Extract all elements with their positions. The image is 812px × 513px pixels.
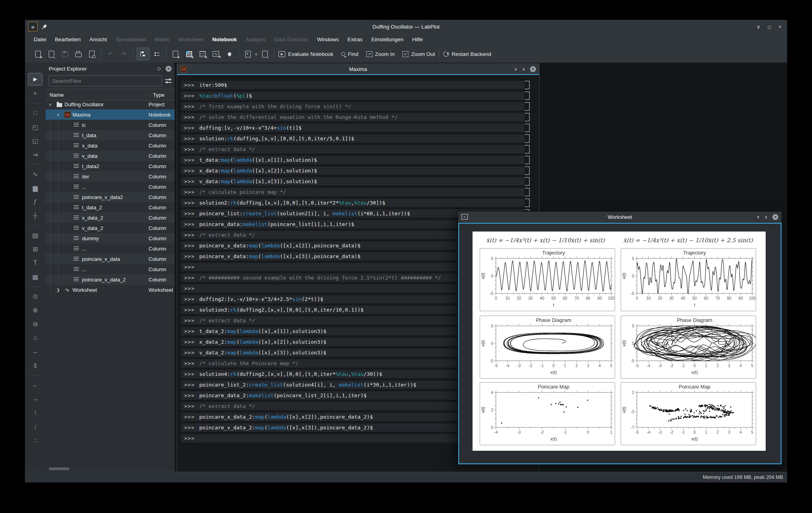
toggle-project-explorer-button[interactable] (137, 48, 149, 60)
cell-code[interactable]: poincare_v_data:map(lambda([x],x[3]),poi… (199, 253, 360, 259)
maximize-button[interactable]: ◇ (767, 24, 771, 30)
new-project-button[interactable] (32, 48, 44, 60)
plot-phase-diagram-2[interactable]: Phase Diagram-5-4-3-2-1012345-505x(t)v(t… (621, 316, 756, 379)
notebook-cell-12[interactable]: >>>solution2:rk(duffing,[x,v],[0,0],[t,0… (181, 199, 524, 207)
tree-item-x-data-2[interactable]: x_data_2Column (46, 212, 175, 223)
notebook-cell-10[interactable]: >>>v_data:map(lambda([x],x[3]),solution)… (181, 177, 524, 186)
plot-poincare-map-2[interactable]: Poincare Map-5-4-3-2-10123452-3-7x(t)v(t… (621, 382, 756, 445)
new-datapicker-button[interactable] (223, 48, 235, 60)
cell-code[interactable]: /* extract data */ (199, 318, 255, 323)
tree-item-dummy[interactable]: dummyColumn (46, 233, 175, 243)
menu-windows[interactable]: Windows (313, 35, 343, 44)
cell-code[interactable]: v_data_2:map(lambda([x],x[3]),solution3)… (199, 350, 326, 356)
tree-item-v-data-2[interactable]: v_data_2Column (46, 223, 175, 233)
tree-item-t-data2[interactable]: t_data2Column (46, 161, 175, 171)
cell-code[interactable]: /* extract data */ (199, 232, 255, 238)
notebook-cell-8[interactable]: >>>t_data:map(lambda([x],x[1]),solution)… (181, 156, 524, 164)
cell-code[interactable]: /* extract data */ (199, 403, 255, 409)
cell-code[interactable]: duffing2:[v,-v/10+x-x^3/4+2.5*sin(2*t)]$ (199, 296, 323, 302)
new-worksheet-button[interactable]: ∿ (210, 48, 222, 60)
notebook-cell-2[interactable]: >>>%tau:bfloat(%pi)$ (181, 92, 524, 100)
cell-code[interactable]: /* first example with the driving force … (199, 103, 351, 109)
cell-code[interactable]: poincare_list:create_list(solution2[i], … (199, 211, 410, 216)
zoom-y-region-tool-icon[interactable]: ◱ (29, 135, 42, 147)
tree-item-duffing-oscillator[interactable]: ∨Duffing OscillatorProject (46, 99, 175, 109)
worksheet-titlebar[interactable]: ∿ Worksheet ∨ ∧ × (458, 212, 782, 222)
tree-item-ic[interactable]: icColumn (46, 120, 175, 130)
worksheet-minimize-button[interactable]: ∨ (757, 214, 760, 220)
shift-up-y-tool-icon[interactable]: ↑ (29, 407, 42, 419)
close-button[interactable]: × (778, 24, 782, 30)
column-header-type[interactable]: Type (150, 92, 164, 98)
tree-item--[interactable]: ...Column (46, 182, 175, 192)
zoom-origin-tool-icon[interactable]: ⌂ (29, 332, 42, 344)
cell-code[interactable]: solution:rk(duffing,[x,v],[0,0],[t,0,ite… (199, 136, 354, 142)
zoom-in-button[interactable]: ↗ Zoom In (362, 48, 399, 60)
menu-ansicht[interactable]: Ansicht (86, 35, 111, 44)
float-panel-icon[interactable]: ◇ (157, 66, 161, 71)
cell-code[interactable]: t_data:map(lambda([x],x[1]),solution)$ (199, 157, 317, 163)
notebook-cell-7[interactable]: >>>/* extract data */ (181, 145, 524, 153)
add-custom-point-tool-icon[interactable]: ⊙ (29, 290, 42, 302)
cell-code[interactable]: v_data:map(lambda([x],x[3]),solution)$ (199, 178, 317, 184)
zoom-out-tool-icon[interactable]: ⊖ (29, 318, 42, 330)
tree-item--[interactable]: ...Column (46, 264, 175, 274)
shift-left-x-tool-icon[interactable]: ← (29, 379, 42, 391)
open-project-button[interactable] (46, 48, 57, 60)
cell-code[interactable]: /* solve the differential equation with … (199, 114, 398, 120)
add-equation-curve-tool-icon[interactable]: ƒ (29, 196, 42, 208)
evaluate-notebook-button[interactable]: ▶ Evaluate Notebook (274, 48, 337, 60)
crosshair-tool-icon[interactable]: ⌖ (29, 88, 42, 100)
add-legend-tool-icon[interactable]: ▤ (29, 229, 42, 241)
export-button[interactable] (259, 48, 271, 60)
restart-backend-button[interactable]: Restart Backend (439, 48, 495, 60)
notebook-cell-5[interactable]: >>>duffing:[v,-v/10+x-x^3/4+sin(t)]$ (181, 124, 524, 132)
tree-item-v-data[interactable]: v_dataColumn (46, 151, 175, 161)
more-tools-icon[interactable]: ∴ (29, 435, 42, 446)
select-tool-icon[interactable]: ► (28, 73, 42, 86)
collapse-chevron-icon[interactable]: ∨ (56, 113, 61, 117)
worksheet-maximize-button[interactable]: ∧ (764, 214, 768, 220)
new-matrix-button[interactable] (196, 48, 208, 60)
tree-item-poincare-v-data-2[interactable]: poincare_v_data_2Column (46, 274, 175, 285)
shift-down-y-tool-icon[interactable]: ↓ (29, 421, 42, 433)
new-workbook-button[interactable] (170, 48, 181, 60)
add-histogram-tool-icon[interactable]: ▆ (29, 182, 42, 194)
pin-icon[interactable] (42, 24, 48, 30)
notebook-cell-1[interactable]: >>>iter:500$ (181, 81, 524, 89)
notebook-cell-6[interactable]: >>>solution:rk(duffing,[x,v],[0,0],[t,0,… (181, 134, 524, 143)
close-panel-icon[interactable]: × (166, 66, 172, 72)
zoom-fit-y-tool-icon[interactable]: ⇕ (29, 360, 42, 371)
menu-bearbeiten[interactable]: Bearbeiten (51, 35, 85, 44)
add-text-label-tool-icon[interactable]: T (29, 257, 42, 269)
plot-trajectory-2[interactable]: Trajectory0102030405060708090100-505tx(t… (621, 248, 756, 311)
menu-extras[interactable]: Extras (343, 35, 366, 44)
select-region-tool-icon[interactable]: □ (29, 107, 42, 119)
cell-code[interactable]: solution2:rk(duffing,[x,v],[0,0],[t,0,it… (199, 200, 385, 206)
tree-item-worksheet[interactable]: ❯∿WorksheetWorksheet (46, 285, 175, 295)
maxima-close-button[interactable]: × (530, 66, 536, 72)
menu-datei[interactable]: Datei (30, 35, 50, 44)
cell-code[interactable]: %tau:bfloat(%pi)$ (199, 93, 252, 99)
plot-trajectory-1[interactable]: Trajectory0102030405060708090100-505tx(t… (480, 248, 615, 311)
print-preview-button[interactable] (86, 48, 98, 60)
collapse-chevron-icon[interactable]: ∨ (48, 102, 53, 107)
cell-code[interactable]: poincare_list_2:create_list(solution4[i]… (199, 382, 416, 388)
cell-code[interactable]: t_data_2:map(lambda([x],x[1]),solution3)… (199, 328, 326, 334)
cell-code[interactable]: solution4:rk(duffing2,[x,v],[0,0],[t,0,i… (199, 371, 382, 377)
notebook-cell-3[interactable]: >>>/* first example with the driving for… (181, 102, 524, 111)
zoom-out-button[interactable]: ↙ Zoom Out (398, 48, 439, 60)
maxima-titlebar[interactable]: M Maxima ∨ ∧ × (177, 64, 539, 74)
notebook-cell-9[interactable]: >>>x_data:map(lambda([x],x[2]),solution)… (181, 167, 524, 175)
shift-tool-icon[interactable]: ⇥ (29, 149, 42, 161)
titlebar[interactable]: ◈ Duffing Oscillator — LabPlot ∨ ◇ × (25, 20, 787, 33)
cell-code[interactable]: /* ########## second example with the dr… (199, 275, 441, 281)
tree-item--[interactable]: ...Column (46, 243, 175, 254)
horizontal-scrollbar[interactable] (46, 467, 175, 471)
zoom-in-tool-icon[interactable]: ⊕ (29, 304, 42, 316)
plot-phase-diagram-1[interactable]: Phase Diagram-5-4-3-2-1012345-505x(t)v(t… (480, 316, 615, 379)
filter-options-icon[interactable] (165, 78, 172, 83)
shift-right-x-tool-icon[interactable]: → (29, 393, 42, 405)
tree-item-maxima[interactable]: ∨MMaximaNotebook (46, 109, 175, 120)
menu-einstellungen[interactable]: Einstellungen (368, 35, 408, 44)
